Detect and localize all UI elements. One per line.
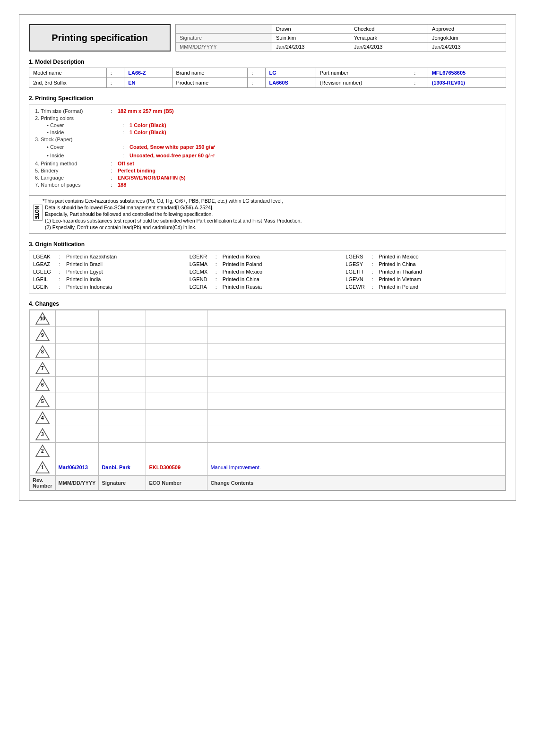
origin-lgein: LGEIN : Printed in Indonesia: [33, 283, 190, 291]
origin-lgers-code: LGERS: [345, 254, 371, 259]
origin-lgewr-code: LGEWR: [345, 284, 371, 290]
approval-header-empty: [176, 25, 272, 34]
trim-size-value: 182 mm x 257 mm (B5): [118, 108, 174, 114]
eco-cell-2: [146, 443, 207, 459]
part-number-value: MFL67658605: [428, 68, 506, 78]
language-label: 6. Language: [35, 175, 111, 180]
checked-date: Jan/24/2013: [350, 43, 428, 52]
origin-lgeaz-code: LGEAZ: [33, 261, 59, 267]
eco-cell-8: [146, 344, 207, 360]
section2-title: 2. Printing Specification: [29, 95, 506, 102]
page-title: Printing specification: [52, 33, 147, 43]
table-row: 5: [30, 393, 506, 410]
print-method-row: 4. Printing method : Off set: [35, 161, 500, 166]
stock-label: 3. Stock (Paper): [35, 137, 111, 142]
eco-cell-6: [146, 377, 207, 393]
note-line1: Details should be followed Eco-SCM manag…: [45, 205, 302, 210]
table-row: 2: [30, 443, 506, 459]
suffix-colon: :: [106, 78, 124, 88]
change-cell-1: Manual Improvement.: [207, 459, 506, 476]
rev-cell-8: 8: [30, 344, 56, 360]
date-cell-1: Mar/06/2013: [55, 459, 99, 476]
origin-lgeil-code: LGEIL: [33, 276, 59, 282]
sig-cell-4: [99, 410, 146, 426]
note-left-label: NOTE: [33, 205, 43, 221]
inside-color-label: • Inside: [47, 129, 122, 135]
table-row: 7: [30, 360, 506, 377]
rev-cell-2: 2: [30, 443, 56, 459]
drawn-label: Drawn: [272, 25, 350, 34]
footer-rev-label: Rev. Number: [30, 476, 56, 490]
change-cell-3: [207, 426, 506, 443]
drawn-date: Jan/24/2013: [272, 43, 350, 52]
approved-label: Approved: [428, 25, 506, 34]
origin-lgemx-text: Printed in Mexico: [223, 269, 262, 275]
part-number-label: Part number: [316, 68, 410, 78]
pages-colon: :: [111, 182, 118, 188]
origin-lgesy-code: LGESY: [345, 261, 371, 267]
language-colon: :: [111, 175, 118, 180]
bindery-row: 5. Bindery : Perfect binding: [35, 168, 500, 173]
change-cell-4: [207, 410, 506, 426]
date-cell-9: [55, 327, 99, 344]
eco-cell-5: [146, 393, 207, 410]
origin-lgekr-text: Printed in Korea: [223, 254, 260, 259]
note-text-block: Details should be followed Eco-SCM manag…: [45, 205, 302, 230]
table-row: 8: [30, 344, 506, 360]
product-name-label: Product name: [172, 78, 248, 88]
title-box: Printing specification: [29, 24, 171, 52]
origin-lgera-text: Printed in Russia: [223, 284, 262, 290]
origin-lgers-text: Printed in Mexico: [379, 254, 418, 259]
rev-cell-6: 6: [30, 377, 56, 393]
table-row: 9: [30, 327, 506, 344]
origin-lgesy-text: Printed in China: [379, 261, 415, 267]
revision-value: (1303-REV01): [428, 78, 506, 88]
sig-cell-9: [99, 327, 146, 344]
part-number-colon: :: [410, 68, 428, 78]
brand-name-label: Brand name: [172, 68, 248, 78]
note-line4: (2) Especially, Don't use or contain lea…: [45, 224, 302, 230]
origin-box: LGEAK : Printed in Kazakhstan LGEKR : Pr…: [29, 250, 506, 293]
checked-sig: Yena.park: [350, 34, 428, 43]
sig-cell-5: [99, 393, 146, 410]
date-cell-3: [55, 426, 99, 443]
origin-lgevn-text: Printed in Vietnam: [379, 276, 421, 282]
origin-lgein-text: Printed in Indonesia: [66, 284, 112, 290]
origin-lgeeg: LGEEG : Printed in Egypt: [33, 268, 190, 275]
cover-color-value: 1 Color (Black): [129, 122, 166, 128]
origin-lgeak: LGEAK : Printed in Kazakhstan: [33, 253, 190, 260]
change-cell-7: [207, 360, 506, 377]
note-asterisk-row: *This part contains Eco-hazardous substa…: [33, 198, 502, 204]
printing-spec-box: 1. Trim size (Format) : 182 mm x 257 mm …: [29, 104, 506, 234]
sig-cell-8: [99, 344, 146, 360]
brand-name-colon: :: [248, 68, 265, 78]
checked-label: Checked: [350, 25, 428, 34]
model-name-value: LA66-Z: [124, 68, 172, 78]
origin-lgemx-code: LGEMX: [190, 269, 216, 275]
section1-title: 1. Model Description: [29, 59, 506, 65]
table-row: 4: [30, 410, 506, 426]
origin-lgemx: LGEMX : Printed in Mexico: [190, 268, 346, 275]
table-row: 1 Mar/06/2013 Danbi. Park EKLD300509 Man…: [30, 459, 506, 476]
origin-lgevn-code: LGEVN: [345, 276, 371, 282]
origin-lgers: LGERS : Printed in Mexico: [345, 253, 502, 260]
section4-title: 4. Changes: [29, 301, 506, 307]
table-row: 3: [30, 426, 506, 443]
date-cell-8: [55, 344, 99, 360]
rev-cell-1: 1: [30, 459, 56, 476]
rev-cell-5: 5: [30, 393, 56, 410]
change-cell-2: [207, 443, 506, 459]
change-cell-6: [207, 377, 506, 393]
inside-stock-colon: :: [122, 153, 129, 158]
origin-lgeeg-text: Printed in Egypt: [66, 269, 103, 275]
eco-cell-4: [146, 410, 207, 426]
origin-lgend-code: LGEND: [190, 276, 216, 282]
revision-label: (Revision number): [316, 78, 410, 88]
bindery-value: Perfect binding: [118, 168, 155, 173]
print-method-colon: :: [111, 161, 118, 166]
cover-color-row: • Cover : 1 Color (Black): [35, 122, 500, 128]
inside-stock-value: Uncoated, wood-free paper 60 g/㎡: [129, 152, 215, 159]
origin-lgera-code: LGERA: [190, 284, 216, 290]
eco-cell-10: [146, 310, 207, 327]
sig-cell-2: [99, 443, 146, 459]
